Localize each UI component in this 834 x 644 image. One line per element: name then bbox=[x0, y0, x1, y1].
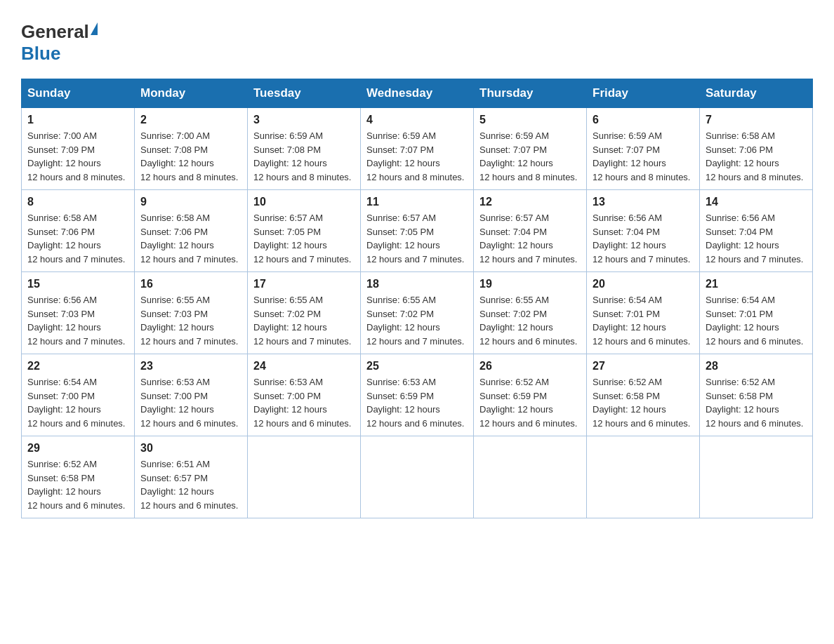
calendar-cell: 3 Sunrise: 6:59 AMSunset: 7:08 PMDayligh… bbox=[248, 108, 361, 190]
calendar-cell: 23 Sunrise: 6:53 AMSunset: 7:00 PMDaylig… bbox=[135, 354, 248, 436]
calendar-cell bbox=[248, 436, 361, 518]
calendar-week-3: 15 Sunrise: 6:56 AMSunset: 7:03 PMDaylig… bbox=[22, 272, 813, 354]
day-number: 22 bbox=[27, 360, 128, 373]
day-info: Sunrise: 6:54 AMSunset: 7:01 PMDaylight:… bbox=[706, 295, 803, 347]
calendar-cell: 20 Sunrise: 6:54 AMSunset: 7:01 PMDaylig… bbox=[587, 272, 700, 354]
calendar-table: SundayMondayTuesdayWednesdayThursdayFrid… bbox=[21, 79, 813, 518]
day-info: Sunrise: 6:58 AMSunset: 7:06 PMDaylight:… bbox=[706, 130, 803, 182]
calendar-cell: 22 Sunrise: 6:54 AMSunset: 7:00 PMDaylig… bbox=[22, 354, 135, 436]
day-info: Sunrise: 6:57 AMSunset: 7:05 PMDaylight:… bbox=[366, 213, 464, 264]
day-number: 5 bbox=[479, 114, 581, 126]
calendar-cell: 19 Sunrise: 6:55 AMSunset: 7:02 PMDaylig… bbox=[474, 272, 587, 354]
day-number: 25 bbox=[366, 360, 468, 373]
calendar-week-4: 22 Sunrise: 6:54 AMSunset: 7:00 PMDaylig… bbox=[22, 354, 813, 436]
day-number: 10 bbox=[253, 196, 355, 208]
calendar-cell: 25 Sunrise: 6:53 AMSunset: 6:59 PMDaylig… bbox=[361, 354, 474, 436]
day-info: Sunrise: 6:58 AMSunset: 7:06 PMDaylight:… bbox=[27, 213, 125, 264]
calendar-cell: 9 Sunrise: 6:58 AMSunset: 7:06 PMDayligh… bbox=[135, 190, 248, 272]
calendar-cell: 8 Sunrise: 6:58 AMSunset: 7:06 PMDayligh… bbox=[22, 190, 135, 272]
day-number: 29 bbox=[27, 442, 128, 455]
day-info: Sunrise: 6:52 AMSunset: 6:58 PMDaylight:… bbox=[27, 459, 125, 511]
calendar-cell: 24 Sunrise: 6:53 AMSunset: 7:00 PMDaylig… bbox=[248, 354, 361, 436]
calendar-cell: 11 Sunrise: 6:57 AMSunset: 7:05 PMDaylig… bbox=[361, 190, 474, 272]
calendar-cell: 10 Sunrise: 6:57 AMSunset: 7:05 PMDaylig… bbox=[248, 190, 361, 272]
day-info: Sunrise: 6:58 AMSunset: 7:06 PMDaylight:… bbox=[140, 213, 238, 264]
day-info: Sunrise: 6:55 AMSunset: 7:02 PMDaylight:… bbox=[479, 295, 577, 347]
day-number: 12 bbox=[479, 196, 581, 208]
calendar-cell: 7 Sunrise: 6:58 AMSunset: 7:06 PMDayligh… bbox=[700, 108, 813, 190]
calendar-cell bbox=[474, 436, 587, 518]
weekday-header-monday: Monday bbox=[135, 79, 248, 108]
page-header: General Blue bbox=[21, 14, 813, 65]
calendar-cell: 5 Sunrise: 6:59 AMSunset: 7:07 PMDayligh… bbox=[474, 108, 587, 190]
day-info: Sunrise: 6:54 AMSunset: 7:00 PMDaylight:… bbox=[27, 377, 125, 429]
day-info: Sunrise: 6:59 AMSunset: 7:07 PMDaylight:… bbox=[366, 130, 464, 182]
logo-text-blue: Blue bbox=[21, 43, 60, 64]
logo-triangle-icon bbox=[91, 22, 98, 35]
day-info: Sunrise: 6:56 AMSunset: 7:04 PMDaylight:… bbox=[706, 213, 803, 264]
calendar-cell: 15 Sunrise: 6:56 AMSunset: 7:03 PMDaylig… bbox=[22, 272, 135, 354]
day-number: 3 bbox=[253, 114, 355, 126]
calendar-cell: 4 Sunrise: 6:59 AMSunset: 7:07 PMDayligh… bbox=[361, 108, 474, 190]
calendar-cell: 14 Sunrise: 6:56 AMSunset: 7:04 PMDaylig… bbox=[700, 190, 813, 272]
calendar-cell: 30 Sunrise: 6:51 AMSunset: 6:57 PMDaylig… bbox=[135, 436, 248, 518]
day-info: Sunrise: 6:53 AMSunset: 7:00 PMDaylight:… bbox=[253, 377, 351, 429]
day-number: 13 bbox=[593, 196, 694, 208]
weekday-header-sunday: Sunday bbox=[22, 79, 135, 108]
day-info: Sunrise: 6:57 AMSunset: 7:04 PMDaylight:… bbox=[479, 213, 577, 264]
day-info: Sunrise: 6:56 AMSunset: 7:03 PMDaylight:… bbox=[27, 295, 125, 347]
day-number: 7 bbox=[706, 114, 807, 126]
calendar-cell: 18 Sunrise: 6:55 AMSunset: 7:02 PMDaylig… bbox=[361, 272, 474, 354]
day-number: 20 bbox=[593, 278, 694, 290]
day-info: Sunrise: 6:59 AMSunset: 7:07 PMDaylight:… bbox=[593, 130, 690, 182]
calendar-cell: 6 Sunrise: 6:59 AMSunset: 7:07 PMDayligh… bbox=[587, 108, 700, 190]
day-number: 30 bbox=[140, 442, 241, 455]
calendar-week-5: 29 Sunrise: 6:52 AMSunset: 6:58 PMDaylig… bbox=[22, 436, 813, 518]
calendar-cell bbox=[361, 436, 474, 518]
day-number: 15 bbox=[27, 278, 128, 290]
day-number: 6 bbox=[593, 114, 694, 126]
calendar-cell: 26 Sunrise: 6:52 AMSunset: 6:59 PMDaylig… bbox=[474, 354, 587, 436]
day-info: Sunrise: 6:54 AMSunset: 7:01 PMDaylight:… bbox=[593, 295, 690, 347]
day-number: 11 bbox=[366, 196, 468, 208]
calendar-cell: 28 Sunrise: 6:52 AMSunset: 6:58 PMDaylig… bbox=[700, 354, 813, 436]
day-number: 9 bbox=[140, 196, 241, 208]
day-info: Sunrise: 6:52 AMSunset: 6:59 PMDaylight:… bbox=[479, 377, 577, 429]
calendar-cell: 2 Sunrise: 7:00 AMSunset: 7:08 PMDayligh… bbox=[135, 108, 248, 190]
calendar-week-2: 8 Sunrise: 6:58 AMSunset: 7:06 PMDayligh… bbox=[22, 190, 813, 272]
calendar-cell: 29 Sunrise: 6:52 AMSunset: 6:58 PMDaylig… bbox=[22, 436, 135, 518]
day-number: 28 bbox=[706, 360, 807, 373]
day-number: 21 bbox=[706, 278, 807, 290]
day-info: Sunrise: 6:56 AMSunset: 7:04 PMDaylight:… bbox=[593, 213, 690, 264]
calendar-cell: 21 Sunrise: 6:54 AMSunset: 7:01 PMDaylig… bbox=[700, 272, 813, 354]
logo: General Blue bbox=[21, 21, 98, 65]
day-number: 23 bbox=[140, 360, 241, 373]
calendar-cell: 16 Sunrise: 6:55 AMSunset: 7:03 PMDaylig… bbox=[135, 272, 248, 354]
day-number: 17 bbox=[253, 278, 355, 290]
day-info: Sunrise: 6:52 AMSunset: 6:58 PMDaylight:… bbox=[593, 377, 690, 429]
calendar-cell: 27 Sunrise: 6:52 AMSunset: 6:58 PMDaylig… bbox=[587, 354, 700, 436]
weekday-header-saturday: Saturday bbox=[700, 79, 813, 108]
day-info: Sunrise: 6:59 AMSunset: 7:08 PMDaylight:… bbox=[253, 130, 351, 182]
calendar-cell bbox=[700, 436, 813, 518]
day-number: 1 bbox=[27, 114, 128, 126]
day-number: 16 bbox=[140, 278, 241, 290]
day-info: Sunrise: 6:55 AMSunset: 7:03 PMDaylight:… bbox=[140, 295, 238, 347]
weekday-header-thursday: Thursday bbox=[474, 79, 587, 108]
logo-text-general: General bbox=[21, 21, 98, 42]
day-number: 19 bbox=[479, 278, 581, 290]
calendar-cell: 13 Sunrise: 6:56 AMSunset: 7:04 PMDaylig… bbox=[587, 190, 700, 272]
day-number: 4 bbox=[366, 114, 468, 126]
calendar-cell bbox=[587, 436, 700, 518]
day-number: 8 bbox=[27, 196, 128, 208]
day-number: 2 bbox=[140, 114, 241, 126]
weekday-header-tuesday: Tuesday bbox=[248, 79, 361, 108]
weekday-header-wednesday: Wednesday bbox=[361, 79, 474, 108]
day-number: 26 bbox=[479, 360, 581, 373]
day-info: Sunrise: 7:00 AMSunset: 7:09 PMDaylight:… bbox=[27, 130, 125, 182]
day-number: 24 bbox=[253, 360, 355, 373]
calendar-cell: 17 Sunrise: 6:55 AMSunset: 7:02 PMDaylig… bbox=[248, 272, 361, 354]
day-info: Sunrise: 6:59 AMSunset: 7:07 PMDaylight:… bbox=[479, 130, 577, 182]
day-number: 14 bbox=[706, 196, 807, 208]
weekday-header-row: SundayMondayTuesdayWednesdayThursdayFrid… bbox=[22, 79, 813, 108]
